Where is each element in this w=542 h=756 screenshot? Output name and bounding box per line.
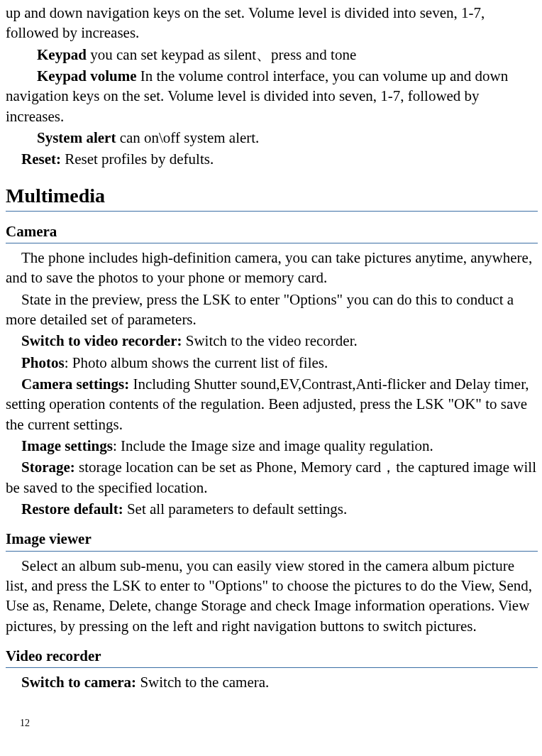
camera-settings-line: Camera settings: Including Shutter sound…	[6, 374, 538, 434]
keypad-label: Keypad	[37, 46, 87, 63]
keypad-line: Keypad you can set keypad as silent、pres…	[6, 45, 538, 65]
keypad-volume-line: Keypad volume In the volume control inte…	[6, 66, 538, 126]
image-settings-line: Image settings: Include the Image size a…	[6, 436, 538, 456]
camera-photos-text: : Photo album shows the current list of …	[65, 354, 328, 371]
intro-line1: up and down navigation keys on the set. …	[6, 3, 538, 43]
image-settings-label: Image settings	[21, 437, 113, 454]
reset-line: Reset: Reset profiles by defults.	[6, 149, 538, 169]
image-settings-text: : Include the Image size and image quali…	[113, 437, 433, 454]
image-viewer-heading: Image viewer	[6, 529, 538, 551]
system-alert-line: System alert can on\off system alert.	[6, 128, 538, 148]
keypad-text: you can set keypad as silent、press and t…	[87, 46, 356, 63]
camera-switch-label: Switch to video recorder:	[21, 332, 182, 349]
storage-text: storage location can be set as Phone, Me…	[6, 459, 536, 495]
restore-default-line: Restore default: Set all parameters to d…	[6, 499, 538, 519]
camera-photos-label: Photos	[21, 354, 65, 371]
image-viewer-p1: Select an album sub-menu, you can easily…	[6, 556, 538, 636]
camera-settings-label: Camera settings:	[21, 376, 129, 393]
page-number: 12	[20, 717, 538, 730]
camera-switch-line: Switch to video recorder: Switch to the …	[6, 331, 538, 351]
reset-text: Reset profiles by defults.	[61, 150, 214, 168]
camera-switch-text: Switch to the video recorder.	[182, 332, 357, 349]
storage-line: Storage: storage location can be set as …	[6, 457, 538, 498]
system-alert-text: can on\off system alert.	[116, 129, 259, 146]
multimedia-heading: Multimedia	[6, 182, 538, 212]
video-recorder-switch-line: Switch to camera: Switch to the camera.	[6, 672, 538, 692]
camera-p1: The phone includes high-definition camer…	[6, 248, 538, 288]
camera-photos-line: Photos: Photo album shows the current li…	[6, 353, 538, 373]
keypad-volume-label: Keypad volume	[37, 67, 137, 84]
video-recorder-heading: Video recorder	[6, 646, 538, 668]
reset-label: Reset:	[21, 150, 61, 168]
system-alert-label: System alert	[37, 129, 116, 146]
video-recorder-switch-label: Switch to camera:	[21, 674, 136, 691]
storage-label: Storage:	[21, 459, 75, 476]
restore-default-text: Set all parameters to default settings.	[123, 500, 348, 517]
camera-p2: State in the preview, press the LSK to e…	[6, 290, 538, 330]
camera-heading: Camera	[6, 221, 538, 243]
restore-default-label: Restore default:	[21, 500, 123, 517]
video-recorder-switch-text: Switch to the camera.	[136, 674, 269, 691]
